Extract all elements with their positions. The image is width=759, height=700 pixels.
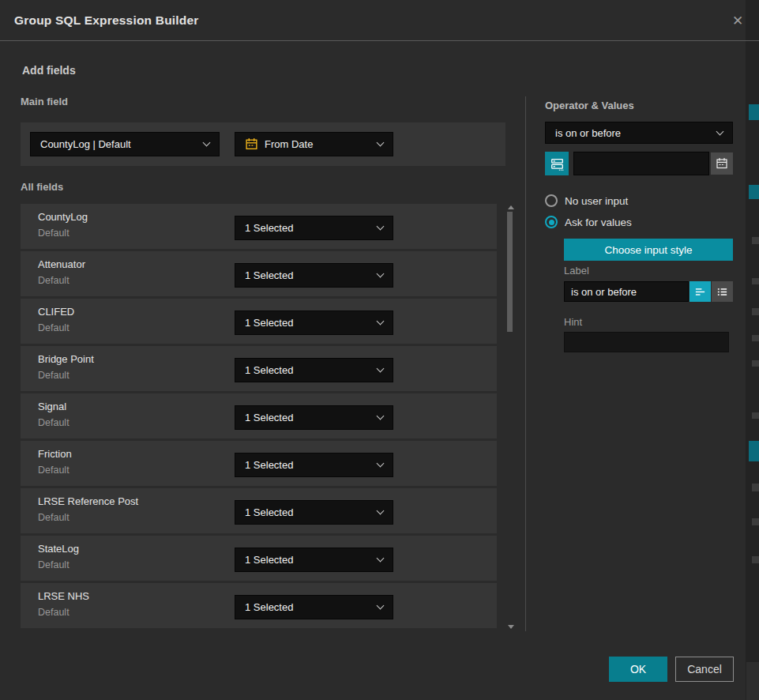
hint-caption: Hint: [564, 316, 582, 328]
scroll-up-icon[interactable]: [508, 205, 514, 209]
screen: Group SQL Expression Builder ✕ Add field…: [0, 0, 759, 700]
chevron-down-icon: [377, 555, 385, 563]
field-name: CountyLog: [38, 211, 88, 223]
main-field-date-dropdown[interactable]: From Date: [235, 132, 393, 156]
field-name: LRSE NHS: [38, 590, 89, 602]
chevron-down-icon: [203, 139, 211, 147]
choose-input-style-button[interactable]: Choose input style: [564, 239, 733, 261]
radio-no-user-input[interactable]: No user input: [545, 194, 628, 207]
field-row: Signal Default 1 Selected: [21, 393, 497, 438]
field-row: Friction Default 1 Selected: [21, 441, 497, 486]
field-subtitle: Default: [38, 370, 70, 381]
unique-values-button[interactable]: [545, 152, 569, 175]
field-row: LRSE NHS Default 1 Selected: [21, 583, 497, 628]
field-name: Attenuator: [38, 258, 85, 270]
field-subtitle: Default: [38, 228, 70, 239]
chevron-down-icon: [377, 223, 385, 231]
radio-circle-selected-icon[interactable]: [545, 216, 558, 228]
field-row: CountyLog Default 1 Selected: [21, 204, 497, 249]
scrollbar-thumb[interactable]: [507, 212, 513, 332]
field-selection-dropdown[interactable]: 1 Selected: [235, 358, 393, 382]
field-name: StateLog: [38, 543, 79, 555]
field-selection-dropdown[interactable]: 1 Selected: [235, 405, 393, 430]
field-name: Friction: [38, 448, 72, 460]
field-name: Signal: [38, 401, 66, 412]
field-selection-dropdown[interactable]: 1 Selected: [235, 216, 393, 240]
ok-button[interactable]: OK: [609, 657, 667, 682]
chevron-down-icon: [377, 139, 385, 147]
field-subtitle: Default: [38, 417, 70, 428]
group-sql-expression-builder-dialog: Group SQL Expression Builder ✕ Add field…: [0, 0, 746, 700]
list-scrollbar[interactable]: [506, 204, 514, 630]
radio-ask-for-values[interactable]: Ask for values: [545, 216, 632, 228]
field-name: Bridge Point: [38, 353, 94, 365]
field-row: LRSE Reference Post Default 1 Selected: [21, 488, 497, 533]
input-style-list-button[interactable]: [712, 281, 733, 302]
chevron-down-icon: [716, 127, 724, 135]
chevron-down-icon: [377, 270, 385, 278]
field-subtitle: Default: [38, 465, 70, 476]
calendar-icon: [245, 137, 258, 151]
field-selection-dropdown[interactable]: 1 Selected: [235, 500, 393, 525]
text-align-left-icon: [694, 286, 706, 298]
chevron-down-icon: [377, 507, 385, 515]
vertical-divider: [525, 96, 526, 631]
field-selection-dropdown[interactable]: 1 Selected: [235, 548, 393, 572]
calendar-icon: [716, 157, 728, 170]
main-field-source-value: CountyLog | Default: [40, 138, 131, 150]
main-field-date-value: From Date: [265, 138, 313, 150]
field-row: CLIFED Default 1 Selected: [21, 299, 497, 344]
field-subtitle: Default: [38, 275, 70, 286]
dialog-title: Group SQL Expression Builder: [14, 0, 199, 40]
field-selection-dropdown[interactable]: 1 Selected: [235, 595, 393, 619]
field-selection-dropdown[interactable]: 1 Selected: [235, 263, 393, 288]
all-fields-list: CountyLog Default 1 Selected Attenuator …: [21, 204, 497, 628]
input-style-textbox-button[interactable]: [689, 281, 711, 302]
radio-circle-icon[interactable]: [545, 194, 558, 207]
operator-value: is on or before: [555, 127, 621, 139]
chevron-down-icon: [377, 318, 385, 326]
chevron-down-icon: [377, 412, 385, 420]
chevron-down-icon: [377, 365, 385, 373]
add-fields-heading: Add fields: [22, 64, 76, 77]
field-subtitle: Default: [38, 512, 70, 523]
operator-dropdown[interactable]: is on or before: [545, 122, 733, 144]
date-picker-button[interactable]: [711, 152, 733, 175]
chevron-down-icon: [377, 602, 385, 610]
all-fields-label: All fields: [21, 181, 63, 193]
field-selection-dropdown[interactable]: 1 Selected: [235, 453, 393, 477]
scroll-down-icon[interactable]: [508, 625, 514, 629]
unique-values-icon: [550, 157, 564, 171]
label-input[interactable]: [564, 281, 689, 302]
hint-input[interactable]: [564, 332, 729, 352]
field-row: StateLog Default 1 Selected: [21, 536, 497, 581]
cancel-button[interactable]: Cancel: [675, 657, 734, 682]
value-input[interactable]: [573, 152, 709, 175]
field-name: CLIFED: [38, 306, 74, 318]
chevron-down-icon: [377, 460, 385, 468]
field-name: LRSE Reference Post: [38, 495, 138, 507]
header-divider: [0, 40, 759, 41]
field-subtitle: Default: [38, 607, 70, 618]
bullet-list-icon: [716, 286, 728, 298]
field-row: Attenuator Default 1 Selected: [21, 251, 497, 296]
background-app-strip: [746, 0, 759, 700]
field-subtitle: Default: [38, 322, 70, 333]
field-subtitle: Default: [38, 559, 70, 570]
main-field-source-dropdown[interactable]: CountyLog | Default: [30, 132, 220, 156]
operator-values-heading: Operator & Values: [545, 100, 634, 111]
label-caption: Label: [564, 265, 589, 277]
main-field-panel: CountyLog | Default From Date: [21, 122, 505, 166]
main-field-label: Main field: [21, 96, 68, 107]
field-selection-dropdown[interactable]: 1 Selected: [235, 310, 393, 335]
field-row: Bridge Point Default 1 Selected: [21, 346, 497, 391]
